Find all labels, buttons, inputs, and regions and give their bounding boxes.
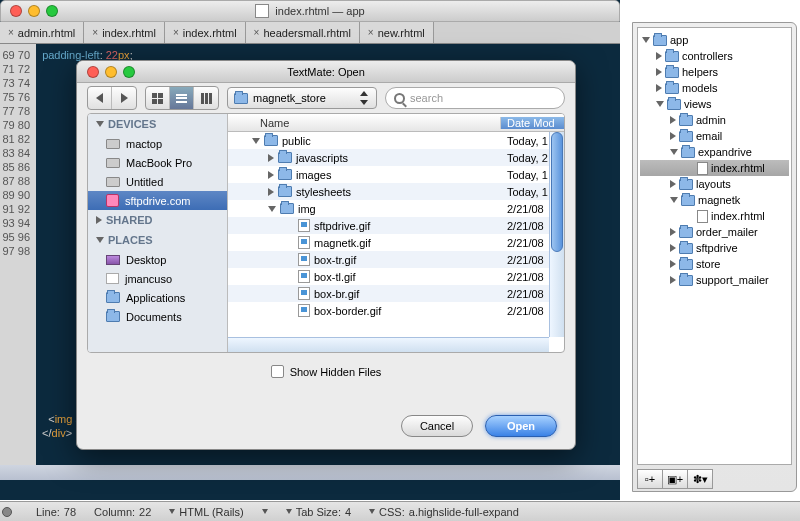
tab-close-icon[interactable]: × (92, 27, 98, 38)
disclose-icon[interactable] (670, 244, 676, 252)
icon-view-button[interactable] (146, 87, 170, 109)
disclose-icon[interactable] (268, 188, 274, 196)
file-row[interactable]: box-tr.gif2/21/08 (228, 251, 564, 268)
editor-tab[interactable]: ×index.rhtml (84, 22, 165, 43)
status-language-popup[interactable]: HTML (Rails) (169, 506, 243, 518)
column-header-date[interactable]: Date Mod (501, 117, 564, 129)
column-view-button[interactable] (194, 87, 218, 109)
disclose-icon[interactable] (268, 206, 276, 212)
file-row[interactable]: publicToday, 1 (228, 132, 564, 149)
file-row[interactable]: magnetk.gif2/21/08 (228, 234, 564, 251)
file-list-horizontal-scrollbar[interactable] (228, 337, 549, 352)
disclose-icon[interactable] (642, 37, 650, 43)
document-proxy-icon[interactable] (255, 4, 269, 18)
sidebar-item-desktop[interactable]: Desktop (88, 250, 227, 269)
disclose-icon[interactable] (670, 276, 676, 284)
disclose-icon[interactable] (656, 101, 664, 107)
window-close-button[interactable] (10, 5, 22, 17)
project-folder[interactable]: sftpdrive (640, 240, 789, 256)
dialog-titlebar[interactable]: TextMate: Open (77, 61, 575, 83)
sidebar-item-documents[interactable]: Documents (88, 307, 227, 326)
scrollbar-thumb[interactable] (551, 132, 563, 252)
file-row[interactable]: box-border.gif2/21/08 (228, 302, 564, 319)
status-symbol-popup[interactable]: CSS: a.highslide-full-expand (369, 506, 519, 518)
disclose-icon[interactable] (252, 138, 260, 144)
sidebar-item-applications[interactable]: Applications (88, 288, 227, 307)
project-folder[interactable]: store (640, 256, 789, 272)
drawer-new-file-button[interactable]: ▫+ (637, 469, 663, 489)
disclose-icon[interactable] (670, 149, 678, 155)
project-file[interactable]: index.rhtml (640, 208, 789, 224)
status-column[interactable]: Column: 22 (94, 506, 151, 518)
file-list-header[interactable]: Name Date Mod (228, 114, 564, 132)
disclose-icon[interactable] (670, 228, 676, 236)
sidebar-item-mactop[interactable]: mactop (88, 134, 227, 153)
window-zoom-button[interactable] (46, 5, 58, 17)
file-list[interactable]: publicToday, 1javascriptsToday, 2imagesT… (228, 132, 564, 352)
open-button[interactable]: Open (485, 415, 557, 437)
file-row[interactable]: stylesheetsToday, 1 (228, 183, 564, 200)
disclose-icon[interactable] (670, 116, 676, 124)
sidebar-group-shared[interactable]: SHARED (88, 210, 227, 230)
project-folder[interactable]: models (640, 80, 789, 96)
project-folder[interactable]: controllers (640, 48, 789, 64)
project-file[interactable]: index.rhtml (640, 160, 789, 176)
drawer-action-button[interactable]: ✽▾ (687, 469, 713, 489)
status-tabsize-popup[interactable]: Tab Size: 4 (286, 506, 351, 518)
sidebar-item-sftpdrive[interactable]: sftpdrive.com (88, 191, 227, 210)
disclose-icon[interactable] (656, 68, 662, 76)
nav-forward-button[interactable] (112, 87, 136, 109)
project-folder[interactable]: expandrive (640, 144, 789, 160)
dialog-minimize-button[interactable] (105, 66, 117, 78)
disclose-icon[interactable] (670, 180, 676, 188)
sidebar-group-places[interactable]: PLACES (88, 230, 227, 250)
editor-tab[interactable]: ×admin.rhtml (0, 22, 84, 43)
disclose-icon[interactable] (670, 197, 678, 203)
tab-close-icon[interactable]: × (173, 27, 179, 38)
file-row[interactable]: imagesToday, 1 (228, 166, 564, 183)
editor-tab[interactable]: ×new.rhtml (360, 22, 434, 43)
sidebar-group-devices[interactable]: DEVICES (88, 114, 227, 134)
dialog-close-button[interactable] (87, 66, 99, 78)
status-line[interactable]: Line: 78 (36, 506, 76, 518)
show-hidden-checkbox[interactable] (271, 365, 284, 378)
file-list-vertical-scrollbar[interactable] (549, 132, 564, 337)
editor-tab[interactable]: ×index.rhtml (165, 22, 246, 43)
editor-tab[interactable]: ×headersmall.rhtml (246, 22, 360, 43)
project-folder[interactable]: views (640, 96, 789, 112)
dialog-zoom-button[interactable] (123, 66, 135, 78)
project-folder[interactable]: app (640, 32, 789, 48)
disclose-icon[interactable] (268, 154, 274, 162)
tab-close-icon[interactable]: × (368, 27, 374, 38)
project-folder[interactable]: support_mailer (640, 272, 789, 288)
project-folder[interactable]: admin (640, 112, 789, 128)
file-row[interactable]: img2/21/08 (228, 200, 564, 217)
disclose-icon[interactable] (670, 132, 676, 140)
file-row[interactable]: javascriptsToday, 2 (228, 149, 564, 166)
status-bundle-popup[interactable] (262, 509, 268, 514)
project-folder[interactable]: magnetk (640, 192, 789, 208)
cancel-button[interactable]: Cancel (401, 415, 473, 437)
drawer-new-folder-button[interactable]: ▣+ (662, 469, 688, 489)
project-folder[interactable]: helpers (640, 64, 789, 80)
column-header-name[interactable]: Name (228, 117, 501, 129)
disclose-icon[interactable] (656, 84, 662, 92)
search-field[interactable]: search (385, 87, 565, 109)
list-view-button[interactable] (170, 87, 194, 109)
finder-sidebar[interactable]: DEVICES mactop MacBook Pro Untitled sftp… (88, 114, 228, 352)
disclose-icon[interactable] (268, 171, 274, 179)
editor-horizontal-scrollbar[interactable] (0, 465, 620, 480)
file-row[interactable]: box-tl.gif2/21/08 (228, 268, 564, 285)
tab-close-icon[interactable]: × (254, 27, 260, 38)
file-row[interactable]: box-br.gif2/21/08 (228, 285, 564, 302)
window-minimize-button[interactable] (28, 5, 40, 17)
project-folder[interactable]: layouts (640, 176, 789, 192)
nav-back-button[interactable] (88, 87, 112, 109)
file-row[interactable]: sftpdrive.gif2/21/08 (228, 217, 564, 234)
sidebar-item-macbookpro[interactable]: MacBook Pro (88, 153, 227, 172)
status-indicator-icon[interactable] (2, 507, 12, 517)
project-tree[interactable]: appcontrollershelpersmodelsviewsadminema… (637, 27, 792, 465)
sidebar-item-untitled[interactable]: Untitled (88, 172, 227, 191)
editor-titlebar[interactable]: index.rhtml — app (0, 0, 620, 22)
tab-close-icon[interactable]: × (8, 27, 14, 38)
